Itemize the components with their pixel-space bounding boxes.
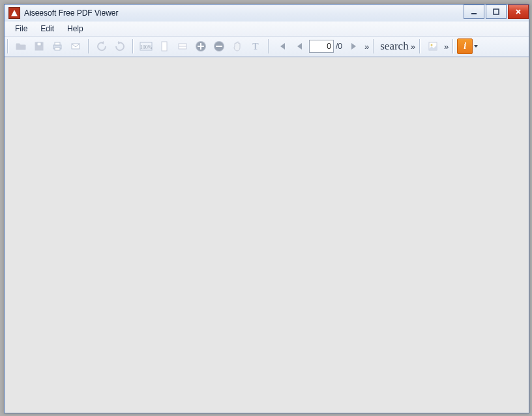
rotate-left-icon: [96, 40, 108, 52]
plus-circle-icon: [194, 40, 207, 53]
arrow-right-icon: [347, 40, 359, 52]
fit-page-icon: [158, 40, 170, 52]
svg-rect-1: [494, 9, 499, 14]
hand-tool-button[interactable]: [229, 38, 246, 55]
first-page-button[interactable]: [273, 38, 290, 55]
rotate-left-button[interactable]: [93, 38, 110, 55]
next-page-button[interactable]: [345, 38, 362, 55]
select-text-button[interactable]: T: [247, 38, 264, 55]
menu-file[interactable]: File: [8, 22, 34, 35]
svg-rect-6: [55, 48, 60, 50]
folder-open-icon: [15, 40, 27, 52]
mail-button[interactable]: [67, 38, 84, 55]
first-page-icon: [276, 40, 288, 52]
separator: [132, 39, 134, 53]
group-search: search »: [376, 40, 418, 53]
snapshot-button[interactable]: [424, 38, 441, 55]
window-title: Aiseesoft Free PDF Viewer: [24, 8, 119, 18]
svg-point-18: [430, 44, 432, 46]
snapshot-icon: [427, 40, 439, 52]
separator: [419, 39, 421, 53]
search-label[interactable]: search: [377, 40, 408, 53]
fit-width-icon: [177, 40, 188, 52]
zoom-in-button[interactable]: [192, 38, 209, 55]
group-file: [10, 38, 87, 55]
svg-text:T: T: [252, 42, 259, 52]
search-overflow[interactable]: »: [409, 42, 416, 52]
floppy-icon: [33, 40, 45, 52]
page-total-label: /0: [334, 42, 344, 51]
svg-text:100%: 100%: [140, 44, 153, 50]
save-button[interactable]: [31, 38, 48, 55]
info-icon: i: [464, 41, 466, 52]
arrow-left-icon: [294, 40, 306, 52]
group-zoom: 100%: [135, 38, 267, 55]
snapshot-overflow[interactable]: »: [442, 42, 449, 52]
group-navigation: /0 »: [271, 38, 372, 55]
fit-width-button[interactable]: [174, 38, 191, 55]
app-window: Aiseesoft Free PDF Viewer File Edit Help: [4, 4, 529, 413]
window-controls: [462, 5, 529, 18]
separator: [373, 39, 374, 53]
text-select-icon: T: [250, 40, 261, 52]
close-button[interactable]: [508, 5, 529, 19]
separator: [452, 39, 454, 53]
svg-rect-5: [55, 42, 60, 45]
prev-page-button[interactable]: [291, 38, 308, 55]
toolbar: 100%: [5, 37, 529, 57]
envelope-icon: [70, 40, 81, 52]
about-dropdown[interactable]: [473, 44, 479, 49]
group-snapshot: »: [422, 38, 451, 55]
app-icon: [8, 7, 20, 19]
menu-edit[interactable]: Edit: [34, 22, 61, 35]
nav-overflow[interactable]: »: [362, 42, 370, 52]
hundred-percent-icon: 100%: [140, 40, 153, 52]
print-button[interactable]: [49, 38, 66, 55]
rotate-right-button[interactable]: [111, 38, 128, 55]
titlebar: Aiseesoft Free PDF Viewer: [5, 5, 529, 22]
menubar: File Edit Help: [5, 22, 529, 37]
svg-rect-3: [37, 42, 41, 46]
actual-size-button[interactable]: 100%: [138, 38, 155, 55]
minimize-button[interactable]: [464, 5, 484, 19]
toolbar-grip: [7, 39, 8, 53]
svg-rect-10: [162, 42, 167, 51]
group-about: i: [455, 38, 481, 54]
menu-help[interactable]: Help: [61, 22, 90, 35]
minus-circle-icon: [213, 40, 226, 53]
separator: [268, 39, 269, 53]
page-number-input[interactable]: [309, 40, 334, 53]
fit-page-button[interactable]: [156, 38, 173, 55]
open-button[interactable]: [12, 38, 29, 55]
printer-icon: [52, 40, 63, 52]
maximize-button[interactable]: [486, 5, 507, 19]
zoom-out-button[interactable]: [211, 38, 228, 55]
separator: [88, 39, 89, 53]
svg-rect-0: [471, 13, 477, 14]
document-viewport: [5, 57, 529, 413]
group-rotate: [91, 38, 131, 55]
about-button[interactable]: i: [457, 38, 473, 54]
rotate-right-icon: [114, 40, 126, 52]
hand-icon: [231, 40, 243, 52]
